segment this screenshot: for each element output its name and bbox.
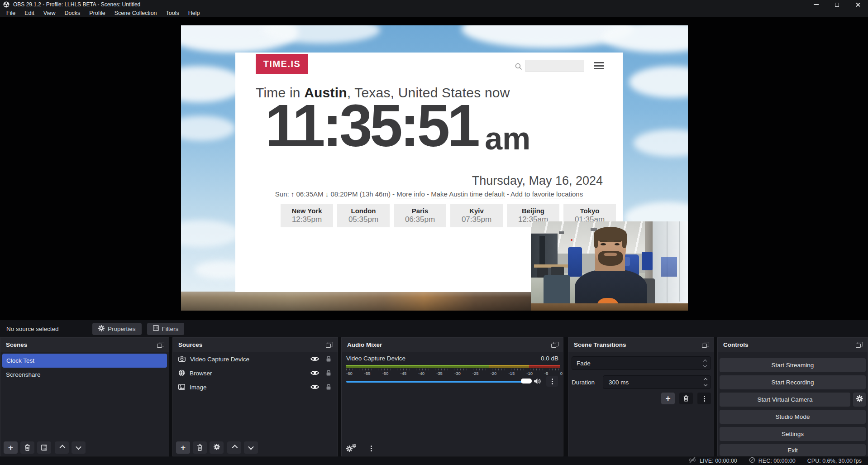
separator: -: [507, 190, 509, 198]
tick-label: -30: [454, 371, 461, 376]
filter-icon: [153, 325, 159, 332]
scene-transitions-panel: Scene Transitions Fade Duration 300 ms +: [568, 337, 714, 456]
mixer-menu-button[interactable]: [368, 444, 374, 452]
chevron-up-icon: [703, 359, 706, 363]
obs-logo-icon: [3, 1, 10, 8]
menu-help[interactable]: Help: [184, 9, 205, 17]
city-name: Tokyo: [563, 207, 616, 215]
duration-spinner[interactable]: 300 ms: [603, 375, 711, 389]
remove-transition-button[interactable]: [679, 393, 693, 404]
webcam-person: [531, 221, 688, 311]
city-time: 05:35pm: [337, 215, 390, 224]
menu-view[interactable]: View: [39, 9, 60, 17]
lock-icon[interactable]: [326, 369, 331, 378]
webcam-overlay: [531, 221, 688, 311]
visibility-eye-icon[interactable]: [310, 370, 319, 377]
menu-tools[interactable]: Tools: [162, 9, 184, 17]
add-transition-button[interactable]: +: [661, 393, 675, 404]
advanced-audio-button[interactable]: [346, 444, 355, 452]
kebab-menu-icon: [371, 446, 372, 447]
menu-profile[interactable]: Profile: [85, 9, 110, 17]
lock-icon[interactable]: [326, 355, 331, 364]
preview-canvas[interactable]: TIME.IS Time in Austin, Texas, United St…: [0, 17, 868, 320]
source-label: Video Capture Device: [190, 356, 306, 363]
source-item-browser[interactable]: Browser: [173, 366, 338, 380]
menu-file[interactable]: File: [2, 9, 20, 17]
live-timer: LIVE: 00:00:00: [700, 458, 737, 464]
transition-selected-value: Fade: [577, 360, 591, 367]
exit-button[interactable]: Exit: [720, 444, 866, 456]
tick-label: -10: [526, 371, 533, 376]
remove-scene-button[interactable]: [20, 441, 34, 454]
source-item-video-capture[interactable]: Video Capture Device: [173, 352, 338, 366]
sources-title: Sources: [178, 341, 202, 348]
kebab-menu-icon: [552, 379, 553, 380]
visibility-eye-icon[interactable]: [310, 384, 319, 391]
tick-label: -15: [508, 371, 515, 376]
virtual-camera-settings-button[interactable]: [853, 393, 866, 407]
popout-dock-icon[interactable]: [551, 342, 558, 348]
globe-icon: [178, 369, 185, 378]
move-source-down-button[interactable]: [244, 441, 258, 454]
volume-slider[interactable]: [346, 381, 531, 383]
add-scene-button[interactable]: +: [4, 441, 18, 454]
transition-select[interactable]: Fade: [572, 356, 711, 370]
start-recording-button[interactable]: Start Recording: [720, 375, 866, 389]
city-name: Kyiv: [450, 207, 503, 215]
chevron-up-icon: [232, 445, 238, 451]
scene-label: Clock Test: [6, 357, 34, 364]
popout-dock-icon[interactable]: [856, 342, 863, 348]
move-scene-up-button[interactable]: [55, 441, 69, 454]
remove-source-button[interactable]: [193, 441, 207, 454]
source-context-bar: No source selected Properties Filters: [0, 320, 868, 337]
filter-icon: [41, 445, 47, 451]
popout-dock-icon[interactable]: [702, 342, 709, 348]
source-item-image[interactable]: Image: [173, 380, 338, 394]
mixer-channel-menu-button[interactable]: [546, 376, 558, 387]
combo-chevrons[interactable]: [699, 357, 711, 369]
popout-dock-icon[interactable]: [326, 342, 333, 348]
filters-label: Filters: [162, 326, 179, 332]
settings-button[interactable]: Settings: [720, 427, 866, 441]
spin-down-icon[interactable]: [704, 383, 707, 386]
menu-edit[interactable]: Edit: [20, 9, 39, 17]
city-time: 12:35pm: [281, 215, 333, 224]
filters-button[interactable]: Filters: [147, 323, 185, 335]
move-source-up-button[interactable]: [227, 441, 241, 454]
move-scene-down-button[interactable]: [72, 441, 86, 454]
scene-filters-button[interactable]: [37, 441, 51, 454]
scene-item-clock-test[interactable]: Clock Test: [2, 354, 167, 368]
volume-slider-handle[interactable]: [521, 379, 532, 384]
cpu-fps-text: CPU: 0.6%, 30.00 fps: [807, 458, 862, 464]
start-virtual-camera-button[interactable]: Start Virtual Camera: [720, 393, 850, 407]
lock-icon[interactable]: [326, 384, 331, 392]
studio-mode-button[interactable]: Studio Mode: [720, 410, 866, 424]
start-streaming-button[interactable]: Start Streaming: [720, 358, 866, 372]
volume-meter-scale: -60 -55 -50 -45 -40 -35 -30 -25 -20 -15 …: [346, 371, 563, 376]
menu-scene-collection[interactable]: Scene Collection: [110, 9, 162, 17]
sources-panel: Sources Video Capture Device Browser Ima…: [172, 337, 338, 456]
add-source-button[interactable]: +: [176, 441, 190, 454]
city-box-paris: Paris06:35pm: [394, 204, 446, 227]
maximize-button[interactable]: [826, 0, 847, 9]
cpu-status: CPU: 0.6%, 30.00 fps: [807, 458, 862, 464]
clock-time: 11:35:51: [265, 96, 477, 155]
source-properties-button[interactable]: [210, 441, 224, 454]
audio-mixer-title: Audio Mixer: [347, 341, 382, 348]
visibility-eye-icon[interactable]: [310, 356, 319, 363]
popout-dock-icon[interactable]: [157, 342, 164, 348]
transitions-panel-header: Scene Transitions: [568, 338, 714, 352]
make-default-link: Make Austin time default: [431, 190, 505, 198]
scene-item-screenshare[interactable]: Screenshare: [0, 368, 169, 382]
menu-docks[interactable]: Docks: [60, 9, 85, 17]
transition-properties-button[interactable]: [697, 393, 711, 404]
spin-up-icon[interactable]: [704, 378, 707, 382]
clock-ampm: am: [485, 123, 530, 154]
search-input: [525, 60, 584, 72]
source-label: Image: [190, 384, 306, 391]
properties-button[interactable]: Properties: [92, 323, 142, 335]
close-button[interactable]: [847, 0, 868, 9]
speaker-icon[interactable]: [534, 378, 541, 386]
tick-label: -25: [472, 371, 479, 376]
minimize-button[interactable]: [806, 0, 826, 9]
